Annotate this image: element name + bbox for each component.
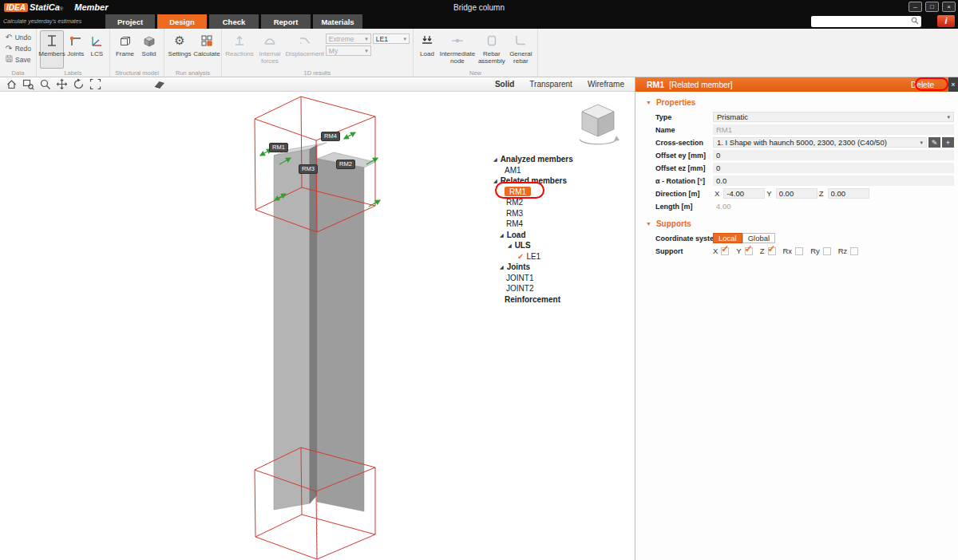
direction-y-input[interactable]: [776, 188, 817, 199]
tree-node-rm2[interactable]: RM2: [493, 197, 634, 208]
member-tag-rm3[interactable]: RM3: [299, 164, 318, 174]
tree-node-reinforcement[interactable]: Reinforcement: [493, 294, 634, 306]
tab-design[interactable]: Design: [157, 14, 207, 29]
support-rz-checkbox[interactable]: [850, 247, 858, 255]
reactions-label: Reactions: [225, 51, 254, 58]
tree-expanded-icon[interactable]: ◢: [500, 232, 504, 238]
member-tag-rm1[interactable]: RM1: [269, 143, 288, 152]
maximize-icon[interactable]: □: [925, 2, 939, 12]
close-icon[interactable]: ×: [942, 2, 956, 12]
tree-node-le1[interactable]: ✓ LE1: [493, 251, 634, 262]
joints-button[interactable]: Joints: [65, 30, 85, 69]
displacement-button[interactable]: Displacement: [286, 30, 324, 69]
member-tag-rm4[interactable]: RM4: [321, 132, 340, 141]
tree-node-rm4[interactable]: RM4: [493, 219, 634, 230]
view-mode-wireframe[interactable]: Wireframe: [582, 80, 630, 89]
home-view-icon[interactable]: [5, 78, 18, 90]
check-icon[interactable]: ✓: [517, 252, 524, 261]
tree-node-load[interactable]: ◢ Load: [493, 230, 634, 241]
direction-x-input[interactable]: [723, 188, 765, 199]
calculate-label: Calculate: [193, 51, 220, 58]
member-tag-rm2[interactable]: RM2: [336, 160, 355, 169]
offset-ez-value: 0: [716, 164, 720, 172]
tree-node-rm3[interactable]: RM3: [493, 208, 634, 219]
settings-button[interactable]: ⚙ Settings: [168, 30, 192, 69]
tree-node-analyzed-members[interactable]: ◢ Analyzed members: [493, 154, 634, 165]
offset-ez-label: Offset ez [mm]: [655, 164, 713, 172]
offset-ey-field[interactable]: 0: [713, 150, 954, 160]
pan-icon[interactable]: [55, 78, 68, 90]
tab-report[interactable]: Report: [261, 14, 311, 29]
tree-expanded-icon[interactable]: ◢: [508, 243, 512, 248]
view-mode-transparent[interactable]: Transparent: [524, 80, 578, 89]
save-button[interactable]: Save: [3, 54, 33, 65]
group-label-new: New: [414, 69, 537, 77]
minimize-icon[interactable]: –: [909, 2, 922, 12]
direction-z-input[interactable]: [828, 188, 869, 199]
lcs-button[interactable]: LCS: [87, 30, 106, 69]
my-dropdown[interactable]: My ▾: [326, 45, 371, 56]
rotation-field[interactable]: 0.0: [713, 175, 954, 186]
reactions-button[interactable]: Reactions: [225, 30, 254, 69]
coordinate-local-button[interactable]: Local: [713, 233, 742, 243]
tab-materials[interactable]: Materials: [313, 14, 362, 29]
type-dropdown[interactable]: Prismatic ▾: [713, 112, 954, 122]
navigation-cube[interactable]: [573, 100, 623, 148]
tab-bar: Calculate yesterday's estimates Project …: [0, 14, 958, 29]
support-rx-checkbox[interactable]: [795, 247, 803, 255]
support-y-checkbox[interactable]: ✓: [745, 247, 753, 255]
tree-expanded-icon[interactable]: ◢: [493, 178, 497, 183]
coordinate-global-button[interactable]: Global: [742, 233, 775, 243]
general-rebar-button[interactable]: General rebar: [508, 30, 534, 69]
undo-button[interactable]: ↶ Undo: [3, 32, 33, 42]
frame-button[interactable]: Frame: [113, 30, 137, 69]
edit-cross-section-button[interactable]: ✎: [928, 137, 940, 148]
intermediate-node-button[interactable]: Intermediate node: [439, 30, 476, 69]
load-case-dropdown[interactable]: LE1 ▾: [373, 34, 410, 44]
offset-ez-field[interactable]: 0: [713, 163, 954, 173]
add-cross-section-button[interactable]: +: [942, 137, 954, 148]
load-button[interactable]: Load: [417, 30, 437, 69]
tree-expanded-icon[interactable]: ◢: [500, 264, 504, 270]
tab-project[interactable]: Project: [105, 14, 155, 29]
zoom-window-icon[interactable]: [22, 78, 34, 90]
search-input[interactable]: [814, 18, 911, 26]
support-ry-checkbox[interactable]: [823, 247, 831, 255]
calculate-button[interactable]: Calculate: [193, 30, 220, 69]
viewport-3d[interactable]: Solid Transparent Wireframe: [0, 77, 635, 560]
tree-node-am1[interactable]: AM1: [493, 165, 634, 176]
view-mode-solid[interactable]: Solid: [489, 80, 520, 89]
panel-close-icon[interactable]: ×: [948, 77, 958, 92]
cross-section-dropdown[interactable]: 1. I Shape with haunch 5000, 2300, 2300 …: [713, 137, 927, 148]
offset-ey-label: Offset ey [mm]: [655, 152, 713, 160]
tree-node-rm1-selected[interactable]: RM1: [493, 187, 634, 198]
clipping-plane-icon[interactable]: [153, 78, 166, 90]
tree-label-selected[interactable]: RM1: [505, 187, 531, 196]
tree-node-joint1[interactable]: JOINT1: [493, 273, 634, 284]
section-supports[interactable]: ▼ Supports: [635, 213, 958, 232]
redo-button[interactable]: ↷ Redo: [3, 43, 33, 53]
name-field[interactable]: RM1: [713, 124, 954, 135]
orbit-rotate-icon[interactable]: [72, 78, 85, 90]
support-x-checkbox[interactable]: ✓: [721, 247, 729, 255]
info-button[interactable]: i: [937, 15, 955, 27]
tree-expanded-icon[interactable]: ◢: [493, 156, 497, 162]
tree-node-related-members[interactable]: ◢ Related members: [493, 175, 634, 187]
section-collapse-icon[interactable]: ▼: [646, 100, 651, 105]
extreme-dropdown[interactable]: Extreme ▾: [326, 34, 371, 44]
support-z-checkbox[interactable]: ✓: [768, 247, 776, 255]
reactions-icon: [232, 34, 247, 49]
tree-node-uls[interactable]: ◢ ULS: [493, 240, 634, 251]
tab-check[interactable]: Check: [209, 14, 259, 29]
delete-button[interactable]: Delete: [911, 81, 934, 89]
solid-button[interactable]: Solid: [138, 30, 160, 69]
tree-node-joints[interactable]: ◢ Joints: [493, 262, 634, 273]
internal-forces-button[interactable]: Internal forces: [255, 30, 284, 69]
rebar-assembly-button[interactable]: Rebar assembly: [477, 30, 506, 69]
section-collapse-icon[interactable]: ▼: [646, 221, 651, 227]
members-button[interactable]: Members: [40, 30, 64, 69]
section-properties[interactable]: ▼ Properties: [635, 92, 958, 111]
zoom-icon[interactable]: [38, 78, 51, 90]
tree-node-joint2[interactable]: JOINT2: [493, 283, 634, 294]
zoom-fit-icon[interactable]: [89, 78, 101, 90]
